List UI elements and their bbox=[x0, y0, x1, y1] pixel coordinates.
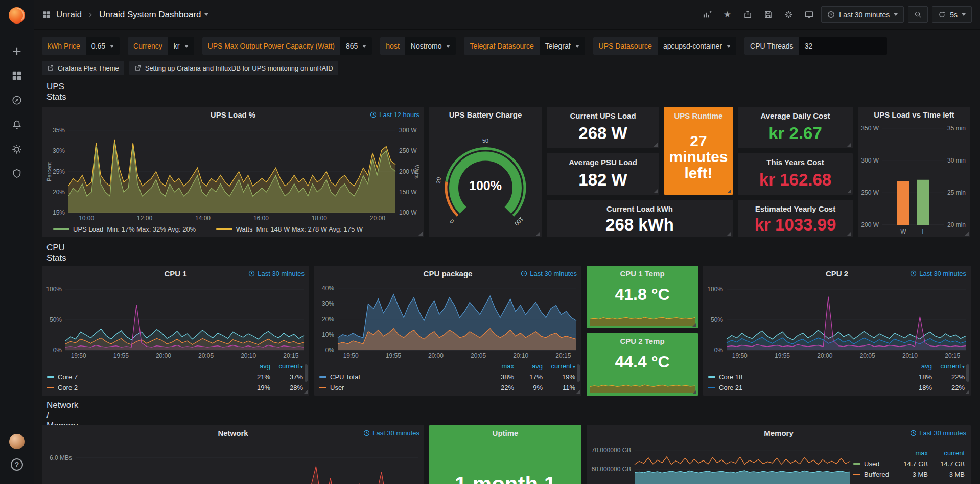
legend-header-max[interactable]: max bbox=[485, 362, 514, 370]
y-axis-title-left: Percent bbox=[46, 156, 52, 187]
avatar[interactable] bbox=[9, 434, 25, 449]
clock-icon bbox=[521, 270, 527, 277]
legend-item-ups-load[interactable]: UPS Load Min: 17% Max: 32% Avg: 20% bbox=[53, 225, 196, 233]
caret-down-icon bbox=[184, 45, 189, 48]
breadcrumb-app[interactable]: Unraid bbox=[56, 10, 82, 20]
svg-text:20:15: 20:15 bbox=[945, 352, 960, 359]
cycle-view-button[interactable] bbox=[801, 7, 817, 23]
dashboard-settings-button[interactable] bbox=[780, 7, 797, 23]
ups-load-chart[interactable]: Percent Watts 35%30%25%20%15%300 W250 W2… bbox=[42, 122, 424, 223]
legend-item-watts[interactable]: Watts Min: 148 W Max: 278 W Avg: 175 W bbox=[216, 225, 363, 233]
legend-series[interactable]: Used bbox=[853, 460, 891, 468]
legend-series[interactable]: Core 21 bbox=[708, 384, 899, 391]
zoom-out-button[interactable] bbox=[908, 6, 928, 23]
var-value-dropdown[interactable]: 0.65 bbox=[86, 37, 120, 55]
legend-scrollbar[interactable] bbox=[305, 364, 308, 382]
legend-header-avg[interactable]: avg bbox=[899, 362, 932, 370]
panel-title[interactable]: UPS Runtime bbox=[674, 108, 722, 123]
panel-time-info: Last 30 minutes bbox=[248, 270, 305, 278]
caret-down-icon bbox=[362, 45, 366, 48]
legend-series[interactable]: User bbox=[319, 384, 485, 391]
ups-load-legend: UPS Load Min: 17% Max: 32% Avg: 20% Watt… bbox=[42, 223, 424, 237]
configuration-button[interactable] bbox=[7, 139, 27, 159]
cpu1-chart[interactable]: 100%50%0%19:5019:5520:0020:0520:1020:15 bbox=[42, 281, 309, 360]
svg-text:300 W: 300 W bbox=[861, 157, 879, 164]
legend-header-avg[interactable]: avg bbox=[238, 362, 270, 370]
svg-text:50%: 50% bbox=[50, 316, 62, 324]
series-name: Watts bbox=[236, 225, 253, 233]
legend-header-current[interactable]: current bbox=[932, 362, 965, 370]
link-ups-monitoring-guide[interactable]: Setting up Grafana and InfluxDB for UPS … bbox=[129, 61, 338, 75]
panel-cpu1-temp: CPU 1 Temp 41.8 °C bbox=[587, 266, 698, 328]
cpu-threads-input[interactable]: 32 bbox=[799, 37, 887, 55]
server-admin-button[interactable] bbox=[7, 164, 27, 184]
legend-header-current[interactable]: current bbox=[270, 362, 303, 370]
save-button[interactable] bbox=[760, 7, 776, 23]
external-link-icon bbox=[134, 65, 141, 72]
panel-title[interactable]: UPS Load % bbox=[42, 107, 424, 122]
panel-title[interactable]: Current UPS Load bbox=[570, 108, 636, 123]
time-info-label: Last 30 minutes bbox=[919, 270, 966, 278]
var-label: CPU Threads bbox=[744, 37, 799, 55]
panel-title[interactable]: Current Load kWh bbox=[606, 201, 673, 216]
battery-gauge[interactable]: 02050100 100% bbox=[429, 122, 542, 237]
panel-title[interactable]: CPU 2 Temp bbox=[620, 333, 664, 349]
gear-icon bbox=[11, 144, 22, 155]
ups-load-vs-time-chart[interactable]: 350 W300 W250 W200 W35 min30 min25 min20… bbox=[858, 122, 970, 237]
var-value-dropdown[interactable]: kr bbox=[168, 37, 194, 55]
refresh-interval-select[interactable]: 5s bbox=[950, 11, 958, 19]
legend-series[interactable]: CPU Total bbox=[319, 373, 485, 381]
explore-button[interactable] bbox=[7, 90, 27, 110]
var-value-dropdown[interactable]: Nostromo bbox=[405, 37, 456, 55]
panel-title[interactable]: Estimated Yearly Cost bbox=[755, 201, 835, 216]
series-color-dash bbox=[47, 387, 54, 388]
var-value-dropdown[interactable]: 865 bbox=[340, 37, 372, 55]
legend-series[interactable]: Core 7 bbox=[47, 373, 238, 381]
panel-title[interactable]: UPS Battery Charge bbox=[429, 107, 542, 122]
panel-average-daily-cost: Average Daily Cost kr 2.67 bbox=[738, 107, 853, 148]
legend-avg-value: 19% bbox=[238, 384, 270, 391]
cpu2-chart[interactable]: 100%50%0%19:5019:5520:0020:0520:1020:15 bbox=[703, 281, 971, 360]
legend-header-avg[interactable]: avg bbox=[514, 362, 543, 370]
legend-scrollbar[interactable] bbox=[966, 364, 969, 382]
dashboards-button[interactable] bbox=[7, 65, 27, 86]
memory-chart[interactable]: 70.000000 GB60.000000 GB50.000000 GB bbox=[587, 441, 853, 484]
panel-title[interactable]: UPS Load vs Time left bbox=[858, 107, 970, 122]
legend-header-current[interactable]: current bbox=[543, 362, 575, 370]
plus-icon bbox=[11, 45, 22, 57]
gauge-value: 100% bbox=[429, 178, 542, 193]
legend-series[interactable]: Core 18 bbox=[708, 373, 899, 381]
legend-header-max[interactable]: max bbox=[891, 449, 928, 457]
svg-text:20:10: 20:10 bbox=[902, 352, 918, 359]
panel-title[interactable]: This Years Cost bbox=[766, 154, 824, 170]
favorite-button[interactable]: ★ bbox=[719, 7, 735, 23]
svg-text:50: 50 bbox=[482, 137, 488, 144]
panel-title[interactable]: Average PSU Load bbox=[569, 154, 637, 170]
series-color-dash bbox=[853, 463, 860, 465]
svg-text:0: 0 bbox=[449, 218, 455, 225]
panel-ups-load-vs-time-left: UPS Load vs Time left 350 W300 W250 W200… bbox=[858, 107, 970, 237]
alerting-button[interactable] bbox=[7, 114, 27, 135]
panel-title[interactable]: CPU 1 Temp bbox=[620, 266, 664, 281]
caret-down-icon bbox=[110, 45, 114, 48]
svg-text:12:00: 12:00 bbox=[137, 215, 152, 222]
legend-header-current[interactable]: current bbox=[928, 449, 965, 457]
legend-series[interactable]: Core 2 bbox=[47, 384, 238, 391]
add-panel-button[interactable] bbox=[698, 7, 715, 23]
link-grafana-plex-theme[interactable]: Grafana Plex Theme bbox=[42, 61, 124, 75]
network-chart[interactable]: 6.0 MBs4.0 MBs2.0 MBs bbox=[42, 441, 424, 484]
legend-scrollbar[interactable] bbox=[577, 364, 580, 382]
grafana-logo[interactable] bbox=[7, 5, 27, 26]
share-button[interactable] bbox=[739, 7, 756, 23]
var-value-dropdown[interactable]: Telegraf bbox=[540, 37, 585, 55]
panel-title[interactable]: Average Daily Cost bbox=[760, 108, 830, 123]
dashboard-title[interactable]: Unraid System Dashboard bbox=[99, 10, 208, 20]
time-range-picker[interactable]: Last 30 minutes bbox=[821, 6, 904, 23]
refresh-button[interactable]: 5s bbox=[932, 6, 972, 23]
create-button[interactable] bbox=[7, 41, 27, 61]
legend-series[interactable]: Buffered bbox=[853, 471, 891, 478]
var-value-dropdown[interactable]: apcupsd-container bbox=[658, 37, 736, 55]
panel-title[interactable]: Uptime bbox=[429, 425, 581, 441]
cpu-package-chart[interactable]: 40%30%20%10%0%19:5019:5520:0020:0520:102… bbox=[314, 281, 581, 360]
help-button[interactable]: ? bbox=[7, 454, 27, 475]
